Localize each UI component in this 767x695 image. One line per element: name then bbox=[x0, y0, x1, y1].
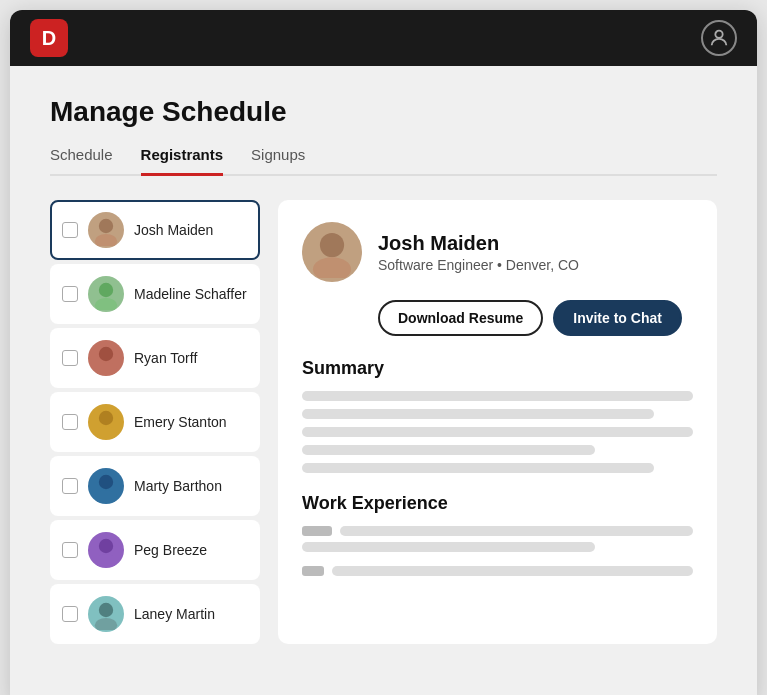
download-resume-button[interactable]: Download Resume bbox=[378, 300, 543, 336]
svg-point-1 bbox=[99, 219, 113, 233]
content-area: Manage Schedule Schedule Registrants Sig… bbox=[10, 66, 757, 695]
registrant-list: Josh Maiden Madeline Schaffer Ryan Torff bbox=[50, 200, 260, 644]
avatar-josh bbox=[88, 212, 124, 248]
list-item[interactable]: Laney Martin bbox=[50, 584, 260, 644]
page-title: Manage Schedule bbox=[50, 96, 717, 128]
svg-point-14 bbox=[95, 618, 117, 630]
list-item[interactable]: Josh Maiden bbox=[50, 200, 260, 260]
registrant-name-laney: Laney Martin bbox=[134, 606, 215, 622]
checkbox-peg[interactable] bbox=[62, 542, 78, 558]
tabs-bar: Schedule Registrants Signups bbox=[50, 146, 717, 176]
svg-point-12 bbox=[95, 554, 117, 566]
logo-letter: D bbox=[42, 27, 56, 50]
avatar-laney bbox=[88, 596, 124, 632]
svg-point-7 bbox=[99, 411, 113, 425]
work-experience-section-title: Work Experience bbox=[302, 493, 693, 514]
summary-skeleton bbox=[302, 391, 693, 473]
browser-window: D Manage Schedule Schedule Registrants S… bbox=[10, 10, 757, 695]
checkbox-marty[interactable] bbox=[62, 478, 78, 494]
list-item[interactable]: Emery Stanton bbox=[50, 392, 260, 452]
app-logo: D bbox=[30, 19, 68, 57]
checkbox-ryan[interactable] bbox=[62, 350, 78, 366]
main-grid: Josh Maiden Madeline Schaffer Ryan Torff bbox=[50, 200, 717, 644]
registrant-name-madeline: Madeline Schaffer bbox=[134, 286, 247, 302]
list-item[interactable]: Ryan Torff bbox=[50, 328, 260, 388]
tab-registrants[interactable]: Registrants bbox=[141, 146, 224, 176]
detail-info: Josh Maiden Software Engineer • Denver, … bbox=[378, 232, 579, 273]
registrant-name-josh: Josh Maiden bbox=[134, 222, 213, 238]
detail-meta: Software Engineer • Denver, CO bbox=[378, 257, 579, 273]
registrant-name-ryan: Ryan Torff bbox=[134, 350, 197, 366]
avatar-peg bbox=[88, 532, 124, 568]
svg-point-2 bbox=[95, 234, 117, 246]
avatar-marty bbox=[88, 468, 124, 504]
svg-point-4 bbox=[95, 298, 117, 310]
svg-point-5 bbox=[99, 347, 113, 361]
summary-section-title: Summary bbox=[302, 358, 693, 379]
svg-point-10 bbox=[95, 490, 117, 502]
user-account-icon[interactable] bbox=[701, 20, 737, 56]
svg-point-11 bbox=[99, 539, 113, 553]
avatar-ryan bbox=[88, 340, 124, 376]
detail-name: Josh Maiden bbox=[378, 232, 579, 255]
registrant-name-peg: Peg Breeze bbox=[134, 542, 207, 558]
tab-schedule[interactable]: Schedule bbox=[50, 146, 113, 176]
avatar-emery bbox=[88, 404, 124, 440]
svg-point-13 bbox=[99, 603, 113, 617]
checkbox-madeline[interactable] bbox=[62, 286, 78, 302]
svg-point-8 bbox=[95, 426, 117, 438]
detail-avatar bbox=[302, 222, 362, 282]
svg-point-15 bbox=[320, 233, 344, 257]
checkbox-josh[interactable] bbox=[62, 222, 78, 238]
registrant-name-emery: Emery Stanton bbox=[134, 414, 227, 430]
avatar-madeline bbox=[88, 276, 124, 312]
list-item[interactable]: Peg Breeze bbox=[50, 520, 260, 580]
top-bar: D bbox=[10, 10, 757, 66]
list-item[interactable]: Madeline Schaffer bbox=[50, 264, 260, 324]
registrant-name-marty: Marty Barthon bbox=[134, 478, 222, 494]
svg-point-6 bbox=[95, 362, 117, 374]
svg-point-9 bbox=[99, 475, 113, 489]
invite-to-chat-button[interactable]: Invite to Chat bbox=[553, 300, 682, 336]
svg-point-16 bbox=[313, 257, 351, 278]
list-item[interactable]: Marty Barthon bbox=[50, 456, 260, 516]
work-exp-item-2 bbox=[302, 566, 693, 576]
checkbox-laney[interactable] bbox=[62, 606, 78, 622]
detail-actions: Download Resume Invite to Chat bbox=[378, 300, 693, 336]
detail-header: Josh Maiden Software Engineer • Denver, … bbox=[302, 222, 693, 282]
svg-point-3 bbox=[99, 283, 113, 297]
work-exp-item-1 bbox=[302, 526, 693, 552]
checkbox-emery[interactable] bbox=[62, 414, 78, 430]
svg-point-0 bbox=[715, 31, 722, 38]
detail-panel: Josh Maiden Software Engineer • Denver, … bbox=[278, 200, 717, 644]
tab-signups[interactable]: Signups bbox=[251, 146, 305, 176]
